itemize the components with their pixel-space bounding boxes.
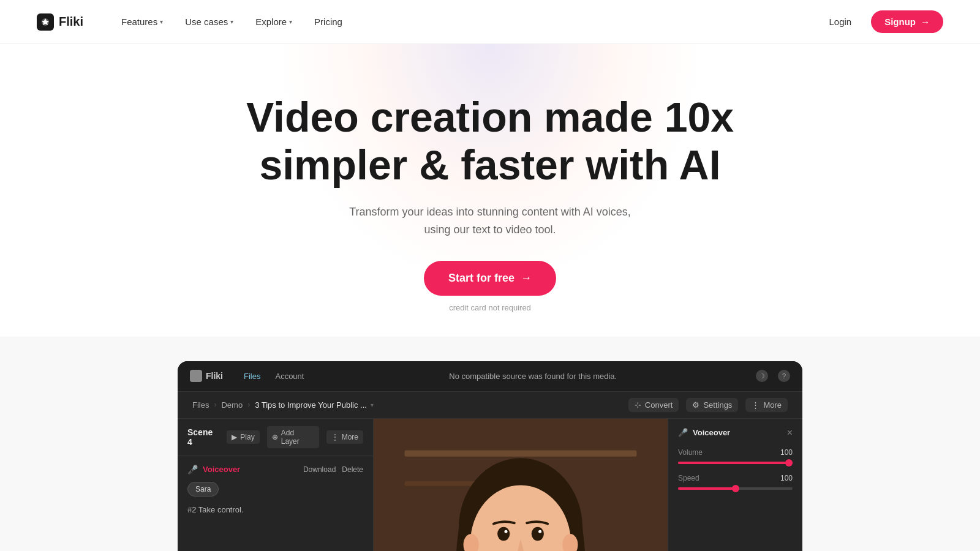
volume-section: Volume 100: [678, 448, 793, 464]
breadcrumb-sep-2: ›: [247, 400, 250, 409]
app-nav-links: Files Account: [238, 369, 310, 383]
breadcrumb-sep-1: ›: [214, 400, 216, 409]
hero-cta-label: Start for free: [448, 272, 514, 285]
ellipsis-icon: ⋮: [752, 400, 760, 410]
microphone-icon: 🎤: [187, 465, 198, 474]
voiceover-panel-title: Voiceover: [693, 428, 730, 437]
app-navbar: Fliki Files Account No compatible source…: [178, 361, 802, 392]
delete-button[interactable]: Delete: [342, 465, 363, 474]
volume-slider[interactable]: [678, 462, 793, 464]
hero-credit-note: credit card not required: [449, 303, 531, 312]
app-files-link[interactable]: Files: [238, 369, 266, 383]
nav-features[interactable]: Features ▾: [113, 12, 172, 32]
hero-cta-button[interactable]: Start for free →: [424, 261, 556, 296]
volume-thumb[interactable]: [785, 459, 793, 467]
download-button[interactable]: Download: [303, 465, 336, 474]
nav-explore-label: Explore: [255, 17, 287, 27]
svg-point-8: [504, 530, 507, 533]
svg-point-7: [532, 527, 544, 541]
app-nav-status: No compatible source was found for this …: [310, 372, 756, 381]
scene-content: 🎤 Voiceover Download Delete Sara #2 Take…: [178, 456, 373, 525]
breadcrumb-project[interactable]: 3 Tips to Improve Your Public ...: [255, 400, 367, 410]
convert-icon: ⊹: [635, 400, 641, 410]
app-logo-text: Fliki: [206, 371, 223, 381]
scene-header: Scene 4 ▶ Play ⊕ Add Layer ⋮ More: [178, 419, 373, 456]
gear-icon: ⚙: [692, 400, 699, 410]
person-illustration: [374, 419, 668, 551]
app-main: Scene 4 ▶ Play ⊕ Add Layer ⋮ More: [178, 419, 802, 551]
speed-section: Speed 100: [678, 474, 793, 490]
voiceover-close-button[interactable]: ×: [787, 427, 793, 438]
app-account-link[interactable]: Account: [269, 369, 310, 383]
breadcrumb-demo[interactable]: Demo: [221, 400, 243, 410]
ellipsis-icon: ⋮: [331, 433, 339, 441]
sara-voice-badge[interactable]: Sara: [187, 482, 219, 497]
app-logo[interactable]: Fliki: [190, 370, 223, 382]
volume-fill: [678, 462, 793, 464]
app-nav-actions: ☽ ?: [756, 370, 790, 382]
logo[interactable]: Fliki: [37, 13, 83, 31]
nav-use-cases[interactable]: Use cases ▾: [176, 12, 242, 32]
speed-value: 100: [780, 474, 793, 482]
nav-pricing[interactable]: Pricing: [306, 12, 351, 32]
svg-point-9: [538, 530, 541, 533]
login-button[interactable]: Login: [819, 12, 861, 32]
speed-fill: [678, 487, 736, 490]
video-placeholder: ✕: [374, 419, 668, 551]
chevron-down-icon: ▾: [160, 18, 163, 25]
speed-thumb[interactable]: [732, 485, 739, 492]
voiceover-header: 🎤 Voiceover Download Delete: [187, 465, 363, 474]
svg-rect-1: [405, 451, 637, 457]
convert-button[interactable]: ⊹ Convert: [628, 398, 679, 412]
play-icon: ▶: [232, 433, 237, 441]
app-preview: Fliki Files Account No compatible source…: [178, 361, 802, 551]
signup-button[interactable]: Signup →: [871, 10, 943, 33]
hero-cta-arrow: →: [521, 272, 532, 285]
microphone-icon: 🎤: [678, 428, 688, 437]
video-area: ✕: [374, 419, 668, 551]
scene-panel: Scene 4 ▶ Play ⊕ Add Layer ⋮ More: [178, 419, 374, 551]
settings-button[interactable]: ⚙ Settings: [686, 398, 738, 412]
app-breadcrumb: Files › Demo › 3 Tips to Improve Your Pu…: [178, 392, 802, 419]
svg-point-6: [497, 527, 510, 541]
voiceover-actions: Download Delete: [303, 465, 363, 474]
nav-use-cases-label: Use cases: [185, 17, 228, 27]
volume-label: Volume 100: [678, 448, 793, 457]
voiceover-label: Voiceover: [203, 465, 240, 474]
add-layer-button[interactable]: ⊕ Add Layer: [267, 426, 319, 448]
speed-label: Speed 100: [678, 474, 793, 482]
video-frame: [374, 419, 668, 551]
hero-subtitle: Transform your ideas into stunning conte…: [337, 203, 643, 239]
voiceover-panel-header: 🎤 Voiceover ×: [678, 427, 793, 438]
hero-section: Video creation made 10x simpler & faster…: [0, 44, 980, 337]
play-button[interactable]: ▶ Play: [227, 430, 259, 444]
navbar: Fliki Features ▾ Use cases ▾ Explore ▾ P…: [0, 0, 980, 44]
add-icon: ⊕: [272, 433, 278, 441]
nav-links: Features ▾ Use cases ▾ Explore ▾ Pricing: [113, 12, 819, 32]
voiceover-text: #2 Take control.: [187, 504, 363, 516]
scene-more-button[interactable]: ⋮ More: [326, 430, 363, 444]
help-icon[interactable]: ?: [778, 370, 790, 382]
logo-text: Fliki: [59, 15, 83, 29]
app-logo-icon: [190, 370, 202, 382]
chevron-down-icon: ▾: [371, 402, 374, 408]
speed-slider[interactable]: [678, 487, 793, 490]
arrow-icon: →: [921, 17, 930, 27]
chevron-down-icon: ▾: [289, 18, 292, 25]
scene-title: Scene 4: [187, 427, 219, 447]
breadcrumb-actions: ⊹ Convert ⚙ Settings ⋮ More: [628, 398, 788, 412]
nav-features-label: Features: [121, 17, 157, 27]
volume-value: 100: [780, 448, 793, 457]
chevron-down-icon: ▾: [230, 18, 233, 25]
logo-icon: [37, 13, 54, 31]
breadcrumb-files[interactable]: Files: [192, 400, 209, 410]
nav-right: Login Signup →: [819, 10, 943, 33]
hero-title: Video creation made 10x simpler & faster…: [214, 93, 766, 189]
voiceover-settings-panel: 🎤 Voiceover × Volume 100: [668, 419, 802, 551]
more-button[interactable]: ⋮ More: [745, 398, 788, 412]
nav-explore[interactable]: Explore ▾: [247, 12, 301, 32]
dark-mode-icon[interactable]: ☽: [756, 370, 768, 382]
